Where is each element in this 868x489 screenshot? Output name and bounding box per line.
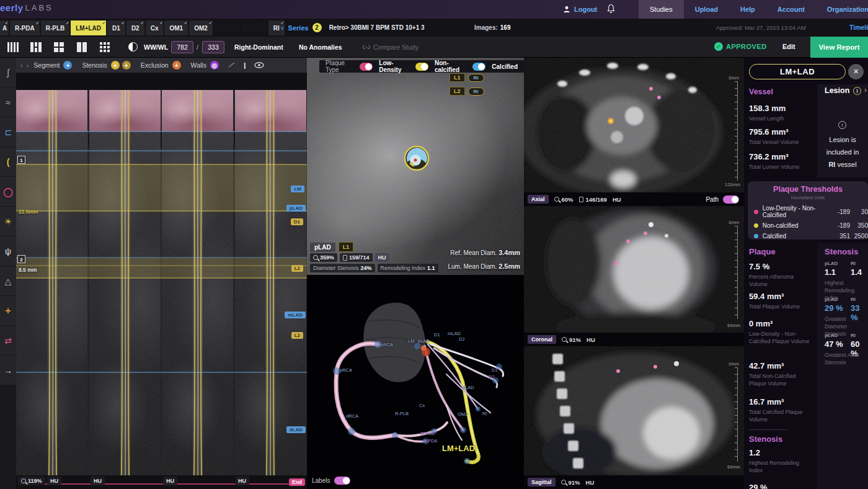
swap-tool-icon[interactable]: ⇄ bbox=[0, 326, 16, 355]
non-calcified-toggle[interactable] bbox=[415, 63, 428, 71]
layout-two-pane-icon[interactable] bbox=[74, 40, 90, 54]
vessel-tab-d2[interactable]: D2✓ bbox=[126, 20, 144, 35]
curved-view-icon[interactable]: ⟋ bbox=[228, 60, 235, 70]
coronal-zoom-chip[interactable]: 91% bbox=[562, 336, 581, 343]
sagittal-zoom-chip[interactable]: 91% bbox=[561, 479, 580, 486]
view-report-button[interactable]: View Report bbox=[810, 37, 868, 58]
vessel-tab-lm-lad[interactable]: LM+LAD✓ bbox=[71, 20, 106, 35]
coronal-image bbox=[524, 206, 744, 333]
edit-button[interactable]: Edit bbox=[782, 43, 795, 50]
sagittal-hu-chip[interactable]: HU bbox=[586, 479, 595, 486]
nav-studies[interactable]: Studies bbox=[639, 0, 684, 19]
layout-grid-icon[interactable] bbox=[51, 40, 67, 54]
segment-badge-plad[interactable]: pLAD bbox=[286, 205, 306, 212]
walls-toggle-button[interactable]: ◎ bbox=[210, 61, 219, 70]
segment-badge-d1[interactable]: D1 bbox=[291, 218, 303, 225]
dominance-button[interactable]: Right-Dominant bbox=[234, 43, 283, 51]
lesion-row-l1[interactable]: L1 RI bbox=[450, 73, 484, 82]
nav-account[interactable]: Account bbox=[766, 0, 816, 19]
sagittal-badge[interactable]: Sagittal bbox=[528, 478, 556, 487]
ww-input[interactable] bbox=[171, 41, 193, 53]
segment-badge-mlad[interactable]: mLAD bbox=[285, 312, 306, 318]
vessel-tab-cx[interactable]: Cx✓ bbox=[146, 20, 164, 35]
wave-tool-icon[interactable]: ≈ bbox=[0, 87, 16, 117]
vessel-tab-om2[interactable]: OM2✓ bbox=[189, 20, 213, 35]
ring-tool-icon[interactable]: ◯ bbox=[0, 177, 16, 206]
add-stenosis-button[interactable]: + bbox=[111, 61, 120, 70]
coronal-panel[interactable]: 0mm 64mm bbox=[524, 206, 744, 333]
lesion-row-l2[interactable]: L2 RI bbox=[450, 87, 484, 96]
axial-hu-chip[interactable]: HU bbox=[613, 196, 621, 203]
coronal-badge[interactable]: Coronal bbox=[528, 335, 556, 344]
prev-arrow-icon[interactable]: ‹ bbox=[20, 61, 23, 69]
axial-badge[interactable]: Axial bbox=[528, 195, 549, 204]
close-button[interactable]: ✕ bbox=[848, 64, 864, 79]
notifications-button[interactable] bbox=[606, 4, 616, 15]
segment-badge-dlad[interactable]: dLAD bbox=[286, 426, 306, 433]
add-segment-button[interactable]: + bbox=[63, 61, 72, 70]
nav-organization[interactable]: Organization bbox=[816, 0, 868, 19]
cross-zoom-chip[interactable]: 359% bbox=[310, 253, 337, 262]
vessel-tab-r-plb[interactable]: R-PLB✓ bbox=[41, 20, 70, 35]
segment-badge-l2b[interactable]: L2 bbox=[291, 332, 303, 339]
vessel-tab-r-pda[interactable]: R-PDA✓ bbox=[10, 20, 40, 35]
nav-help[interactable]: Help bbox=[729, 0, 766, 19]
lesion-marker-1[interactable]: 1 bbox=[17, 156, 25, 164]
layout-strips-icon[interactable] bbox=[5, 40, 21, 54]
axial-page-chip[interactable]: 146/169 bbox=[579, 196, 607, 203]
vessel-tab-d1[interactable]: D1✓ bbox=[107, 20, 125, 35]
wl-input[interactable] bbox=[202, 41, 224, 53]
coronal-hu-chip[interactable]: HU bbox=[587, 336, 595, 343]
anomalies-button[interactable]: No Anomalies bbox=[299, 43, 342, 51]
cross-section-panel[interactable]: Plaque Type Low-Density Non-calcified Ca… bbox=[307, 58, 524, 275]
active-vessel-chip[interactable]: pLAD bbox=[310, 243, 335, 252]
probe-tool-icon[interactable]: ψ bbox=[0, 236, 16, 266]
vessel-tab-om1[interactable]: OM1✓ bbox=[164, 20, 188, 35]
curve-tool-icon[interactable]: ʃ bbox=[0, 58, 16, 87]
mpr-zoom-chip[interactable]: 119% bbox=[18, 477, 45, 485]
segment-badge-lm[interactable]: LM bbox=[291, 186, 304, 192]
hu-chip-2[interactable]: HU bbox=[163, 477, 177, 485]
calcified-toggle[interactable] bbox=[472, 63, 485, 71]
measurement-1: 22.5mm bbox=[19, 209, 38, 215]
hu-chip-0[interactable]: HU bbox=[47, 477, 61, 485]
pan-tool-icon[interactable]: → bbox=[0, 356, 16, 385]
brightness-tool-icon[interactable]: ☀ bbox=[0, 207, 16, 236]
layout-multi-icon[interactable] bbox=[97, 40, 113, 54]
lesion-marker-2[interactable]: 2 bbox=[17, 255, 25, 263]
timeline-link[interactable]: Timeline bbox=[849, 24, 868, 31]
cross-page-chip[interactable]: 159/714 bbox=[340, 253, 373, 262]
gds-plad-link[interactable]: 29 % bbox=[825, 303, 843, 313]
arc-tool-icon[interactable]: ( bbox=[0, 147, 16, 176]
straight-view-icon[interactable]: | bbox=[244, 61, 246, 69]
window-level-icon[interactable] bbox=[128, 42, 138, 52]
pav-label: Percent Atheroma Volume bbox=[749, 273, 812, 288]
cross-hu-chip[interactable]: HU bbox=[375, 253, 389, 262]
active-lesion-chip[interactable]: L1 bbox=[339, 242, 354, 252]
eye-icon[interactable] bbox=[254, 62, 264, 68]
path-toggle[interactable] bbox=[723, 195, 739, 204]
vessel-tab-rca[interactable]: A✓ bbox=[0, 20, 9, 35]
sagittal-panel[interactable]: 0mm 64mm bbox=[524, 346, 744, 475]
compare-study-button[interactable]: Compare Study bbox=[363, 43, 418, 51]
lesion-chevron-icon[interactable]: › bbox=[864, 86, 867, 94]
3d-view-panel[interactable]: mRCA pRCA dRCA R-PLB R-PLB R-PDA LM pLAD… bbox=[307, 275, 524, 489]
logout-button[interactable]: Logout bbox=[563, 0, 597, 19]
layout-mixed-icon[interactable] bbox=[28, 40, 44, 54]
hu-chip-3[interactable]: HU bbox=[235, 477, 249, 485]
low-density-toggle[interactable] bbox=[360, 63, 373, 71]
axial-panel[interactable]: 0mm 120mm bbox=[524, 58, 744, 192]
marker-tool-icon[interactable]: ⊏ bbox=[0, 117, 16, 146]
hu-chip-1[interactable]: HU bbox=[91, 477, 105, 485]
ruler-tool-icon[interactable]: △ bbox=[0, 266, 16, 295]
add-exclusion-button[interactable]: + bbox=[172, 61, 181, 70]
nav-upload[interactable]: Upload bbox=[684, 0, 729, 19]
next-arrow-icon[interactable]: › bbox=[27, 61, 29, 69]
series-dropdown[interactable]: Series bbox=[288, 24, 309, 32]
axial-image bbox=[524, 58, 744, 192]
segment-badge-l2[interactable]: L2 bbox=[291, 265, 303, 272]
labels-toggle[interactable] bbox=[334, 477, 350, 485]
crosshair-tool-icon[interactable]: + bbox=[0, 296, 16, 325]
axial-zoom-chip[interactable]: 60% bbox=[554, 196, 574, 203]
add-stenosis-alt-button[interactable]: + bbox=[122, 61, 131, 70]
